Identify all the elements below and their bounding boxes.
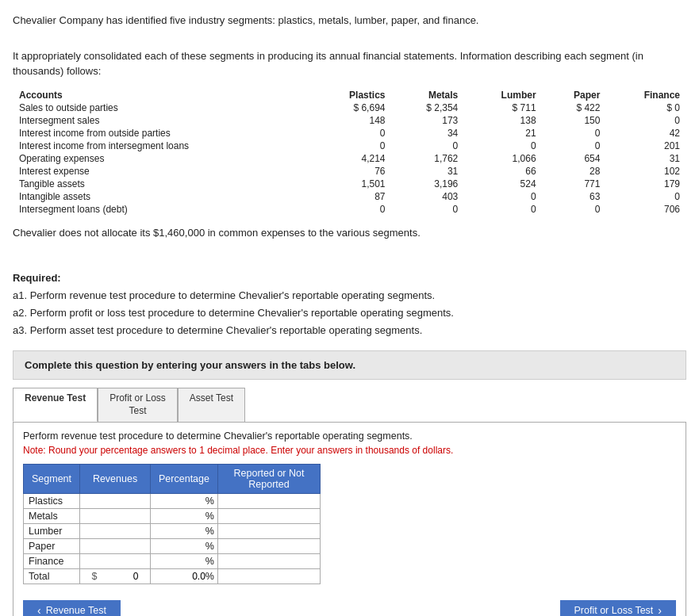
percentage-cell[interactable]: %	[151, 508, 218, 523]
required-section: Required: a1. Perform revenue test proce…	[13, 270, 686, 339]
table-cell: 0	[391, 203, 464, 216]
nav-buttons: ‹ Revenue Test Profit or Loss Test ›	[23, 595, 676, 616]
segment-name-cell: Finance	[24, 553, 80, 568]
revenues-cell[interactable]	[80, 523, 151, 538]
table-cell: 1,066	[464, 152, 542, 165]
revenues-cell[interactable]: $	[80, 568, 151, 583]
segment-name-cell: Paper	[24, 538, 80, 553]
intro-line2: It appropriately consolidated each of th…	[13, 48, 686, 79]
revenues-input[interactable]	[83, 495, 147, 507]
required-item: a3. Perform asset test procedure to dete…	[13, 322, 686, 339]
reported-cell[interactable]	[217, 538, 320, 553]
table-cell: 0	[391, 140, 464, 152]
revenues-input[interactable]	[83, 541, 147, 552]
table-cell: 31	[391, 165, 464, 178]
table-cell: 0	[312, 140, 392, 152]
revenues-cell[interactable]	[80, 553, 151, 568]
reported-input[interactable]	[221, 526, 317, 537]
table-cell: 0	[606, 114, 686, 127]
reported-cell[interactable]	[217, 493, 320, 508]
table-cell: 4,214	[312, 152, 392, 165]
table-cell: 654	[543, 152, 607, 165]
tab-profitloss[interactable]: Profit or LossTest	[98, 388, 178, 421]
reported-input[interactable]	[221, 541, 317, 552]
col-paper: Paper	[543, 89, 607, 101]
table-cell: Interest expense	[13, 165, 312, 178]
th-percentage: Percentage	[151, 464, 218, 493]
revenues-input[interactable]	[83, 511, 147, 522]
segment-data-table: Accounts Plastics Metals Lumber Paper Fi…	[13, 89, 686, 216]
prev-button-label: Revenue Test	[46, 605, 106, 616]
prev-button[interactable]: ‹ Revenue Test	[23, 600, 121, 616]
tab-revenue[interactable]: Revenue Test	[13, 388, 98, 421]
table-cell: 0	[464, 190, 542, 203]
reported-cell[interactable]	[217, 553, 320, 568]
reported-input[interactable]	[221, 556, 317, 567]
tabs-container: Revenue Test Profit or LossTest Asset Te…	[13, 388, 686, 421]
tab-asset[interactable]: Asset Test	[178, 388, 245, 421]
table-cell: $ 0	[606, 101, 686, 114]
revenues-cell[interactable]	[80, 493, 151, 508]
required-item: a2. Perform profit or loss test procedur…	[13, 304, 686, 322]
segment-name-cell: Lumber	[24, 523, 80, 538]
percentage-cell[interactable]: %	[151, 568, 218, 583]
percentage-cell[interactable]: %	[151, 493, 218, 508]
reported-cell[interactable]	[217, 568, 320, 583]
table-cell: 63	[543, 190, 607, 203]
table-cell: 28	[543, 165, 607, 178]
table-cell: Interest income from intersegment loans	[13, 140, 312, 152]
tab-note: Note: Round your percentage answers to 1…	[23, 445, 676, 456]
common-expenses-note: Chevalier does not allocate its $1,460,0…	[13, 225, 686, 241]
reported-cell[interactable]	[217, 523, 320, 538]
reported-input[interactable]	[221, 495, 317, 507]
table-cell: 0	[312, 203, 392, 216]
percentage-cell[interactable]: %	[151, 523, 218, 538]
pct-input[interactable]	[174, 541, 205, 552]
pct-symbol: %	[205, 526, 214, 537]
total-pct-input[interactable]	[174, 571, 205, 582]
complete-box: Complete this question by entering your …	[13, 350, 686, 380]
table-cell: $ 6,694	[312, 101, 392, 114]
table-cell: Interest income from outside parties	[13, 127, 312, 140]
pct-input[interactable]	[174, 556, 205, 567]
th-segment: Segment	[24, 464, 80, 493]
pct-symbol: %	[205, 541, 214, 552]
pct-symbol: %	[205, 556, 214, 567]
table-cell: Sales to outside parties	[13, 101, 312, 114]
segment-name-cell: Total	[24, 568, 80, 583]
table-cell: 102	[606, 165, 686, 178]
revenues-cell[interactable]	[80, 538, 151, 553]
col-accounts: Accounts	[13, 89, 312, 101]
revenues-input[interactable]	[83, 556, 147, 567]
required-label: Required:	[13, 270, 686, 287]
table-cell: 1,762	[391, 152, 464, 165]
table-cell: 524	[464, 178, 542, 190]
next-arrow-icon: ›	[658, 604, 662, 616]
pct-input[interactable]	[174, 526, 205, 537]
table-cell: 138	[464, 114, 542, 127]
percentage-cell[interactable]: %	[151, 538, 218, 553]
pct-input[interactable]	[174, 511, 205, 522]
pct-symbol: %	[205, 495, 214, 507]
total-revenues-input[interactable]	[99, 571, 139, 582]
pct-input[interactable]	[174, 495, 205, 507]
table-cell: 1,501	[312, 178, 392, 190]
reported-cell[interactable]	[217, 508, 320, 523]
reported-input[interactable]	[221, 511, 317, 522]
percentage-cell[interactable]: %	[151, 553, 218, 568]
table-cell: 173	[391, 114, 464, 127]
table-cell: Intersegment sales	[13, 114, 312, 127]
table-cell: $ 2,354	[391, 101, 464, 114]
col-lumber: Lumber	[464, 89, 542, 101]
pct-symbol: %	[205, 571, 214, 582]
revenues-cell[interactable]	[80, 508, 151, 523]
table-cell: 150	[543, 114, 607, 127]
revenues-input[interactable]	[83, 526, 147, 537]
table-cell: 3,196	[391, 178, 464, 190]
table-cell: Operating expenses	[13, 152, 312, 165]
next-button[interactable]: Profit or Loss Test ›	[560, 600, 676, 616]
table-cell: Intangible assets	[13, 190, 312, 203]
segment-name-cell: Metals	[24, 508, 80, 523]
table-cell: 0	[464, 140, 542, 152]
table-cell: 201	[606, 140, 686, 152]
